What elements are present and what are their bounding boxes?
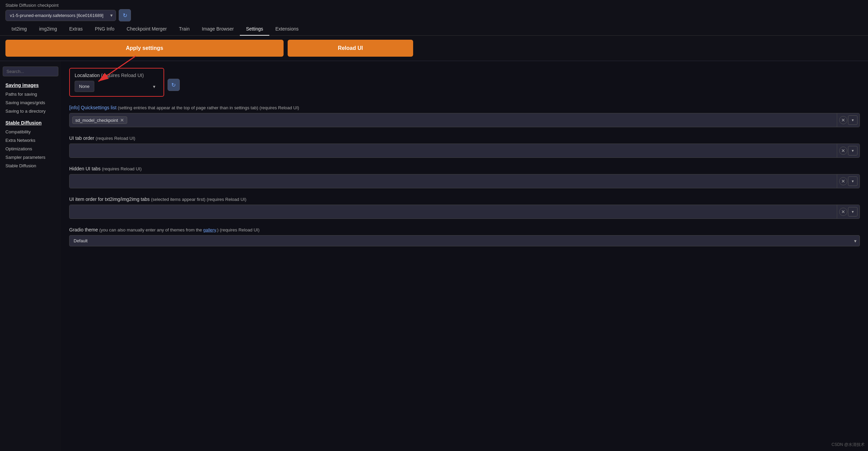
ui-tab-order-tags[interactable]	[70, 144, 837, 157]
ui-tab-order-group: UI tab order (requires Reload UI) ✕ ▾	[69, 135, 860, 158]
hidden-ui-tabs-label: Hidden UI tabs (requires Reload UI)	[69, 166, 860, 171]
watermark: CSDN @水清技术	[831, 442, 865, 448]
hidden-ui-tabs-group: Hidden UI tabs (requires Reload UI) ✕ ▾	[69, 166, 860, 188]
remove-tag-sd-model[interactable]: ✕	[120, 117, 124, 123]
tab-extensions[interactable]: Extensions	[269, 23, 305, 36]
refresh-checkpoint-button[interactable]: ↻	[119, 9, 131, 21]
tab-extras[interactable]: Extras	[63, 23, 89, 36]
hidden-ui-tabs-tags[interactable]	[70, 174, 837, 188]
tab-png-info[interactable]: PNG Info	[89, 23, 121, 36]
ui-item-order-group: UI item order for txt2img/img2img tabs (…	[69, 196, 860, 219]
quicksettings-tags[interactable]: sd_model_checkpoint ✕	[70, 113, 837, 127]
ui-tab-order-input-row: ✕ ▾	[69, 144, 860, 158]
gallery-link[interactable]: gallery	[203, 227, 216, 232]
tab-image-browser[interactable]: Image Browser	[196, 23, 240, 36]
sidebar-item-paths-for-saving[interactable]: Paths for saving	[3, 90, 58, 98]
localization-label: Localization (requires Reload UI)	[75, 73, 159, 78]
ui-item-order-tags[interactable]	[70, 205, 837, 219]
sidebar-item-saving-to-directory[interactable]: Saving to a directory	[3, 107, 58, 115]
tab-img2img[interactable]: img2img	[33, 23, 63, 36]
hidden-ui-tabs-clear-button[interactable]: ✕	[839, 177, 847, 185]
ui-item-order-label: UI item order for txt2img/img2img tabs (…	[69, 196, 860, 202]
sidebar-search-input[interactable]	[3, 67, 58, 76]
tab-txt2img[interactable]: txt2img	[5, 23, 33, 36]
sidebar-item-saving-images-grids[interactable]: Saving images/grids	[3, 98, 58, 107]
sidebar: Saving images Paths for saving Saving im…	[0, 61, 61, 451]
ui-tab-order-clear-button[interactable]: ✕	[839, 147, 847, 155]
quicksettings-dropdown-button[interactable]: ▾	[848, 115, 857, 125]
ui-tab-order-label: UI tab order (requires Reload UI)	[69, 135, 860, 141]
ui-item-order-dropdown-button[interactable]: ▾	[848, 207, 857, 217]
refresh-icon-loc: ↻	[171, 82, 176, 88]
reload-ui-button[interactable]: Reload UI	[288, 40, 413, 57]
sidebar-item-sampler-parameters[interactable]: Sampler parameters	[3, 153, 58, 162]
sidebar-item-compatibility[interactable]: Compatibility	[3, 128, 58, 136]
quicksettings-clear-button[interactable]: ✕	[839, 116, 847, 124]
ui-tab-order-dropdown-button[interactable]: ▾	[848, 146, 857, 155]
sidebar-section-stable-diffusion[interactable]: Stable Diffusion	[3, 118, 58, 128]
gradio-theme-group: Gradio theme (you can also manually ente…	[69, 227, 860, 246]
hidden-ui-tabs-dropdown-button[interactable]: ▾	[848, 176, 857, 186]
checkpoint-select[interactable]: v1-5-pruned-emaonly.safetensors [6ce0161…	[5, 10, 116, 21]
ui-item-order-clear-button[interactable]: ✕	[839, 208, 847, 216]
gradio-theme-label: Gradio theme (you can also manually ente…	[69, 227, 860, 232]
localization-refresh-button[interactable]: ↻	[168, 79, 180, 91]
apply-settings-button[interactable]: Apply settings	[5, 40, 284, 57]
ui-item-order-input-row: ✕ ▾	[69, 205, 860, 219]
sidebar-section-saving-images[interactable]: Saving images	[3, 80, 58, 90]
quicksettings-group: [info] Quicksettings list (setting entri…	[69, 105, 860, 127]
quicksettings-label: [info] Quicksettings list (setting entri…	[69, 105, 860, 110]
refresh-icon: ↻	[123, 12, 127, 19]
sidebar-item-extra-networks[interactable]: Extra Networks	[3, 136, 58, 145]
checkpoint-label: Stable Diffusion checkpoint	[5, 3, 863, 8]
sidebar-item-optimizations[interactable]: Optimizations	[3, 145, 58, 153]
localization-select[interactable]: None	[75, 81, 94, 92]
localization-note: (requires Reload UI)	[101, 73, 144, 78]
tab-settings[interactable]: Settings	[240, 23, 269, 36]
localization-box: Localization (requires Reload UI) None	[69, 68, 164, 97]
tag-sd-model-checkpoint: sd_model_checkpoint ✕	[72, 116, 127, 124]
gradio-theme-select[interactable]: Default	[69, 235, 860, 246]
tab-train[interactable]: Train	[173, 23, 196, 36]
tab-checkpoint-merger[interactable]: Checkpoint Merger	[120, 23, 173, 36]
nav-tabs: txt2img img2img Extras PNG Info Checkpoi…	[0, 23, 868, 36]
quicksettings-input-row: sd_model_checkpoint ✕ ✕ ▾	[69, 113, 860, 127]
sidebar-item-stable-diffusion[interactable]: Stable Diffusion	[3, 162, 58, 170]
settings-content: Localization (requires Reload UI) None	[61, 61, 868, 451]
hidden-ui-tabs-input-row: ✕ ▾	[69, 174, 860, 188]
